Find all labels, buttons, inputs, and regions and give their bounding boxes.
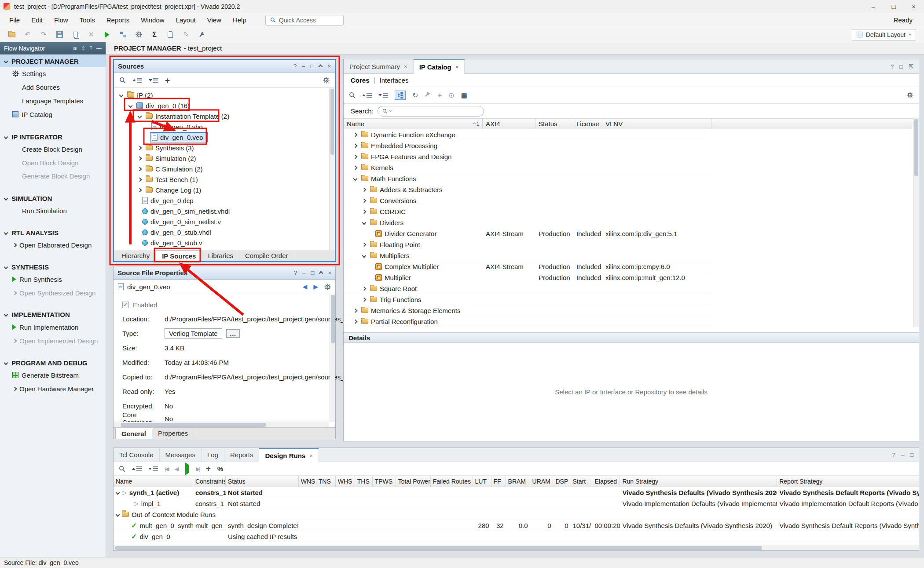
tree-item-div-gen-0-veo[interactable]: div_gen_0.veo [114,132,335,142]
chevron-right-icon[interactable] [353,154,357,159]
column-header[interactable]: WNS [299,476,316,487]
help-icon[interactable]: ? [89,45,92,51]
flownav-section-synthesis[interactable]: SYNTHESIS [0,261,106,273]
flownav-section-simulation[interactable]: SIMULATION [0,192,106,204]
chevron-right-icon[interactable] [353,132,357,137]
forward-icon[interactable]: ▶ [313,283,318,290]
chevron-down-icon[interactable] [137,114,142,118]
tree-item-synthesis[interactable]: Synthesis (3) [114,142,335,153]
menu-window[interactable]: Window [135,16,170,24]
column-header[interactable]: Start [570,476,592,487]
chevron-right-icon[interactable] [137,188,142,192]
column-header[interactable]: Status [226,476,299,487]
flownav-section-project-manager[interactable]: PROJECT MANAGER [0,55,106,67]
run-row-ooc-group[interactable]: Out-of-Context Module Runs [114,509,919,520]
tree-item-test-bench[interactable]: Test Bench (1) [114,174,335,185]
properties-hscrollbar[interactable] [114,422,329,427]
sort-icon[interactable]: ⇕ [81,45,85,51]
chevron-down-icon[interactable] [119,93,123,97]
flownav-item-run-synthesis[interactable]: Run Synthesis [0,273,106,285]
chevron-right-icon[interactable] [362,242,366,247]
tree-item-stub-v[interactable]: div_gen_0_stub.v [114,237,335,248]
tree-item-div-gen-0[interactable]: div_gen_0 (16) [114,100,335,111]
tab-properties[interactable]: Properties [152,428,194,439]
chevron-down-icon[interactable] [353,176,357,181]
flownav-item-generate-bitstream[interactable]: Generate Bitstream [0,369,106,381]
column-header[interactable]: URAM [530,476,554,487]
column-header-axi4[interactable]: AXI4 [483,119,535,129]
back-icon[interactable]: ◀ [302,283,307,290]
edit-icon[interactable]: ✎ [179,29,194,41]
redo-icon[interactable]: ↷ [36,29,51,41]
tree-item-ip[interactable]: IP (2) [114,90,335,100]
wrench-icon[interactable] [425,91,431,99]
maximize-button[interactable]: □ [884,0,904,13]
collapse-icon[interactable] [319,63,322,69]
maximize-icon[interactable]: □ [910,451,913,458]
expand-all-icon[interactable] [149,78,158,83]
tab-libraries[interactable]: Libraries [202,250,239,261]
catalog-row[interactable]: Square Root [344,283,711,294]
menu-view[interactable]: View [202,16,227,24]
search-icon[interactable] [119,466,125,472]
chevron-down-icon[interactable] [116,490,120,495]
column-header[interactable]: Constraints [193,476,226,487]
gear-icon[interactable] [907,92,913,98]
tree-item-change-log[interactable]: Change Log (1) [114,185,335,195]
properties-vscrollbar[interactable] [330,294,335,422]
close-icon[interactable]: × [309,452,313,459]
run-row-mult-gen-synth[interactable]: ✓mult_gen_0_synth_1 mult_gen_0 synth_des… [114,520,919,531]
tab-messages[interactable]: Messages [160,448,202,462]
close-icon[interactable]: × [404,63,407,70]
column-header[interactable]: THS [355,476,373,487]
target-icon[interactable]: ⊙ [448,91,454,99]
catalog-row[interactable]: Embedded Processing [344,140,711,151]
collapse-all-icon[interactable] [132,466,142,471]
tree-item-instantiation-template[interactable]: Instantiation Template (2) [114,111,335,121]
search-icon[interactable] [119,77,126,84]
close-icon[interactable]: × [455,64,459,70]
chevron-right-icon[interactable] [137,167,142,171]
chevron-right-icon[interactable] [353,319,357,324]
run-row-synth-1[interactable]: ▷synth_1 (active) constrs_1 Not started … [114,487,919,498]
catalog-row[interactable]: Adders & Subtracters [344,184,711,195]
flownav-item-create-block-design[interactable]: Create Block Design [0,143,106,155]
tab-ip-sources[interactable]: IP Sources [156,250,202,261]
chevron-right-icon[interactable] [137,156,142,160]
filter-icon[interactable]: ≋ [73,45,77,51]
skip-to-end-icon[interactable]: ▶| [196,466,199,472]
probe-icon[interactable] [194,29,209,41]
column-header[interactable]: Failed Routes [431,476,473,487]
column-header[interactable]: Total Power [396,476,431,487]
catalog-row-multiplier[interactable]: MultiplierProductionIncludedxilinx.com:i… [344,272,711,283]
collapse-all-icon[interactable] [132,78,142,83]
subtab-interfaces[interactable]: Interfaces [380,76,409,84]
properties-panel-header[interactable]: Source File Properties ?–□× [114,266,335,280]
tab-compile-order[interactable]: Compile Order [239,250,294,261]
flownav-item-settings[interactable]: Settings [0,67,106,80]
tab-project-summary[interactable]: Project Summary× [344,59,414,73]
tree-item-sim-netlist-v[interactable]: div_gen_0_sim_netlist.v [114,216,335,227]
add-sources-icon[interactable]: + [165,76,170,85]
expand-all-icon[interactable] [148,466,158,471]
minimize-button[interactable]: – [863,0,884,13]
catalog-row[interactable]: Dividers [344,217,711,228]
chevron-right-icon[interactable] [137,146,142,150]
column-header-status[interactable]: Status [535,119,573,129]
run-icon[interactable] [185,465,189,473]
column-header[interactable]: FF [491,476,506,487]
catalog-row[interactable]: Floating Point [344,239,711,250]
column-header[interactable]: DSP [553,476,570,487]
sum-icon[interactable]: Σ [147,29,162,41]
column-header[interactable]: Run Strategy [620,476,777,487]
flownav-section-implementation[interactable]: IMPLEMENTATION [0,308,106,320]
enabled-checkbox[interactable]: ✓ [122,302,129,308]
chevron-down-icon[interactable] [362,220,366,225]
add-repository-icon[interactable]: + [437,91,442,100]
catalog-row-divider-generator[interactable]: Divider GeneratorAXI4-StreamProductionIn… [344,228,711,239]
flownav-item-run-simulation[interactable]: Run Simulation [0,204,106,217]
details-view-icon[interactable]: ▦ [461,91,467,99]
search-icon[interactable] [349,92,356,98]
subtab-cores[interactable]: Cores [351,76,370,84]
tab-general[interactable]: General [115,428,152,439]
